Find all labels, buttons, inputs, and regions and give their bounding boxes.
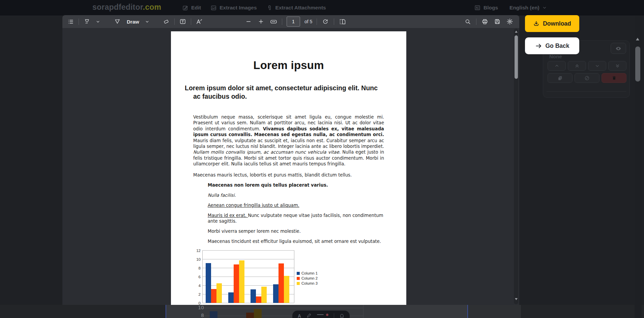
nav-item-label: Extract Images: [219, 5, 257, 11]
font-edit-button[interactable]: [195, 17, 203, 26]
indented-paragraph: Nulla facilisi.: [208, 192, 384, 198]
move-top-button[interactable]: [568, 61, 586, 71]
chevron-up-icon: [554, 63, 559, 68]
legend-item: Column 3: [297, 281, 318, 286]
chart-bar: [239, 260, 244, 303]
background-chart-bar: [246, 313, 254, 318]
nav-item-extract-attachments[interactable]: Extract Attachments: [266, 5, 326, 11]
background-tick-label: 10: [195, 305, 204, 310]
draw-dropdown[interactable]: [145, 17, 150, 26]
toolbar-separator: [191, 19, 191, 25]
fit-width-icon: [270, 18, 277, 25]
top-navbar: sorapdfeditor.com Edit Extract Images Ex…: [0, 0, 644, 15]
highlighter-button[interactable]: [83, 17, 91, 26]
navbar-menu: Edit Extract Images Extract Attachments: [182, 0, 326, 15]
toolbar-left-group: Draw: [66, 17, 203, 26]
nav-item-edit[interactable]: Edit: [182, 5, 201, 11]
download-button[interactable]: Download: [525, 15, 579, 32]
zoom-out-icon: [245, 19, 252, 25]
gear-icon: [506, 18, 513, 25]
double-chevron-up-icon: [575, 63, 580, 68]
go-back-button[interactable]: Go Back: [525, 37, 579, 54]
indented-paragraph: Morbi viverra semper lorem nec molestie.: [208, 228, 384, 234]
letter-a-icon[interactable]: A: [298, 313, 301, 318]
chart-bar: [206, 263, 211, 303]
highlighter-icon: [84, 18, 90, 25]
browser-scrollbar[interactable]: [635, 15, 642, 318]
browser-scrollbar-thumb[interactable]: [635, 46, 640, 82]
delete-button[interactable]: [602, 73, 626, 83]
chevron-down-icon: [595, 63, 600, 68]
text-segment: Nullam mollis convallis ipsum, ac accums…: [193, 150, 341, 155]
legend-item: Column 2: [297, 276, 318, 281]
logo-main: sorapdfeditor: [92, 3, 143, 11]
draw-tool-label[interactable]: Draw: [127, 19, 139, 25]
fit-width-button[interactable]: [269, 17, 277, 26]
text-box-button[interactable]: [179, 17, 187, 26]
highlighter-dropdown[interactable]: [95, 17, 100, 26]
thumbnail-list-button[interactable]: [66, 17, 75, 26]
edit-button-row: [548, 73, 626, 83]
chevron-down-icon: [145, 20, 149, 24]
text-segment: Nulla facilisi.: [208, 193, 236, 198]
language-selector[interactable]: English (en): [509, 5, 547, 11]
background-chart-bar: [210, 311, 217, 318]
rotate-button[interactable]: [321, 17, 329, 26]
toolbar-separator: [334, 313, 334, 318]
pen-icon[interactable]: [306, 313, 311, 318]
text-segment: Maecenas non lorem quis tellus placerat …: [208, 183, 328, 188]
visibility-toggle-button[interactable]: [611, 43, 626, 54]
ghost-icon[interactable]: [340, 313, 344, 318]
save-button[interactable]: [493, 17, 501, 26]
document-subtitle: Lorem ipsum dolor sit amet, consectetur …: [185, 84, 384, 101]
trash-icon: [612, 75, 617, 81]
chart-bar: [228, 292, 234, 303]
eraser-button[interactable]: [162, 17, 170, 26]
print-button[interactable]: [481, 17, 489, 26]
nav-item-extract-images[interactable]: Extract Images: [210, 5, 257, 11]
y-axis-tick-label: 6: [195, 274, 201, 280]
zoom-out-button[interactable]: [244, 17, 253, 26]
y-axis-tick-label: 0: [195, 300, 201, 305]
settings-button[interactable]: [506, 17, 514, 26]
slider-icon[interactable]: [317, 313, 328, 316]
slider-handle[interactable]: [326, 314, 328, 316]
y-axis-tick-label: 4: [195, 283, 201, 289]
move-bottom-button[interactable]: [608, 61, 626, 71]
page-spread-button[interactable]: [339, 17, 347, 26]
disable-button[interactable]: [575, 73, 599, 83]
page-number-input[interactable]: [287, 17, 300, 27]
chart-axis-line: [294, 250, 294, 303]
background-tick-label: 8: [195, 313, 204, 318]
zoom-in-button[interactable]: [257, 17, 265, 26]
chart-axis-line: [202, 250, 203, 303]
move-down-button[interactable]: [588, 61, 606, 71]
site-logo[interactable]: sorapdfeditor.com: [92, 3, 161, 12]
paperclip-icon: [266, 5, 273, 11]
document-body: Vestibulum neque massa, scelerisque sit …: [171, 114, 406, 305]
duplicate-button[interactable]: [548, 73, 573, 83]
chart-gridline: [202, 303, 294, 303]
y-axis-tick-label: 12: [195, 248, 201, 254]
move-up-button[interactable]: [548, 61, 566, 71]
viewer-scrollbar-thumb[interactable]: [515, 35, 518, 79]
text-box-icon: [179, 18, 186, 25]
search-button[interactable]: [464, 17, 472, 26]
legend-swatch: [297, 282, 300, 285]
scroll-down-arrow-icon[interactable]: [515, 298, 518, 300]
scroll-up-arrow-icon[interactable]: [515, 31, 518, 33]
document-title: Lorem ipsum: [171, 58, 406, 72]
search-icon: [465, 19, 471, 25]
chart-bar: [234, 264, 239, 303]
indented-paragraph: Mauris id ex erat. Nunc vulputate neque …: [208, 213, 384, 224]
viewer-scrollbar[interactable]: [514, 29, 518, 304]
draw-tool-button[interactable]: [113, 17, 121, 26]
print-icon: [481, 18, 488, 25]
chart-bar: [279, 263, 284, 303]
nav-item-blogs[interactable]: Blogs: [474, 4, 498, 11]
scrollbar-up-arrow-icon[interactable]: [636, 38, 639, 40]
eye-icon: [615, 45, 621, 52]
indented-paragraph: Maecenas non lorem quis tellus placerat …: [208, 182, 384, 188]
dimmed-background-strip: 108 A: [0, 305, 644, 318]
panel-divider: [547, 91, 626, 92]
